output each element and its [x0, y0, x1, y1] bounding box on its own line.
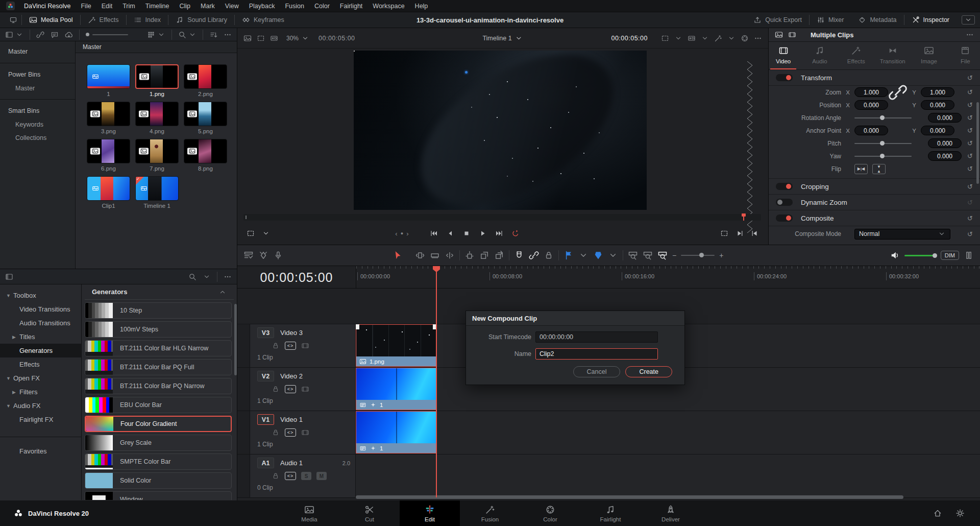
- keyframe-view-icon[interactable]: [258, 250, 268, 260]
- timeline-inspector-icon[interactable]: [788, 31, 796, 39]
- go-to-end-icon[interactable]: [495, 229, 503, 237]
- gallery-stills-icon[interactable]: [243, 34, 252, 42]
- reset-icon[interactable]: ↺: [967, 114, 973, 122]
- panel-resize-zigzag[interactable]: [746, 61, 754, 235]
- inspector-scrollbar[interactable]: [976, 102, 979, 184]
- grab-still-icon[interactable]: [257, 34, 265, 42]
- media-clip-6-png[interactable]: 6.png: [87, 139, 130, 176]
- create-button[interactable]: Create: [625, 366, 672, 377]
- page-color[interactable]: Color: [520, 500, 580, 526]
- trim-handle-left[interactable]: [356, 324, 359, 329]
- transform-toggle[interactable]: [776, 74, 793, 81]
- proxy-chevron-icon[interactable]: [701, 34, 709, 42]
- timeline-clip-1[interactable]: 1: [356, 411, 436, 453]
- clip-inspector-icon[interactable]: [775, 31, 783, 39]
- custom-zoom-icon[interactable]: [657, 250, 668, 260]
- menu-file[interactable]: File: [76, 0, 96, 12]
- sound-library-button[interactable]: Sound Library: [168, 12, 234, 28]
- reset-icon[interactable]: ↺: [967, 139, 973, 147]
- view-mode-button[interactable]: [147, 31, 165, 39]
- menu-fairlight[interactable]: Fairlight: [335, 0, 368, 12]
- viewer-scrub-bar[interactable]: [243, 214, 761, 221]
- snapping-icon[interactable]: [514, 250, 524, 260]
- yaw-field[interactable]: 0.000: [928, 151, 962, 161]
- flip-horizontal-button[interactable]: ▶|◀: [854, 164, 868, 174]
- dim-button[interactable]: DIM: [941, 251, 959, 260]
- timeline-selector[interactable]: Timeline 1: [482, 34, 523, 42]
- yaw-slider[interactable]: [854, 156, 912, 157]
- media-clip-7-png[interactable]: 7.png: [135, 139, 179, 176]
- menu-workspace[interactable]: Workspace: [368, 0, 409, 12]
- tree-toolbox[interactable]: ▼Toolbox: [0, 289, 81, 302]
- generator-solid-color[interactable]: Solid Color: [85, 472, 232, 489]
- reset-icon[interactable]: ↺: [967, 88, 973, 96]
- trim-edit-mode-icon[interactable]: [415, 250, 425, 260]
- media-clip-2-png[interactable]: 2.png: [184, 64, 227, 102]
- track-header[interactable]: V2Video 2<>1 Clip: [237, 368, 356, 411]
- step-back-icon[interactable]: [446, 229, 454, 237]
- media-clip-timeline-1[interactable]: ✓Timeline 1: [135, 176, 179, 213]
- reset-icon[interactable]: ↺: [967, 165, 973, 173]
- position-lock-icon[interactable]: [544, 250, 554, 260]
- index-button[interactable]: Index: [127, 12, 168, 28]
- generator-ebu-color-bar[interactable]: EBU Color Bar: [85, 397, 232, 413]
- magic-mask-icon[interactable]: [714, 34, 722, 42]
- bin-power-bins[interactable]: Power Bins: [0, 67, 75, 82]
- media-clip-8-png[interactable]: 8.png: [184, 139, 227, 176]
- play-icon[interactable]: [479, 229, 487, 237]
- cancel-button[interactable]: Cancel: [573, 366, 621, 377]
- tree-generators[interactable]: ▶Generators: [0, 344, 81, 357]
- marker-icon[interactable]: [593, 250, 603, 260]
- timeline-clip-1-png[interactable]: 1.png: [356, 324, 436, 367]
- pitch-field[interactable]: 0.000: [928, 138, 962, 148]
- track-view-icon[interactable]: [301, 385, 309, 393]
- tab-image[interactable]: Image: [914, 45, 943, 69]
- tree-effects[interactable]: ▶Effects: [0, 357, 81, 371]
- reset-icon[interactable]: ↺: [967, 101, 973, 109]
- inspector-options-icon[interactable]: [966, 31, 974, 39]
- audio-monitor-icon[interactable]: [890, 250, 900, 260]
- volume-slider[interactable]: [904, 255, 936, 256]
- magic-chevron-icon[interactable]: [727, 34, 736, 42]
- track-view-icon[interactable]: [301, 428, 309, 437]
- cloud-sync-icon[interactable]: [65, 31, 73, 39]
- reset-icon[interactable]: ↺: [967, 230, 973, 238]
- project-settings-icon[interactable]: [955, 509, 965, 518]
- generator-smpte-color-bar[interactable]: SMPTE Color Bar: [85, 453, 232, 470]
- auto-select-button[interactable]: <>: [285, 472, 296, 480]
- dynamic-zoom-toggle[interactable]: [776, 199, 793, 206]
- flag-chevron-icon[interactable]: [578, 250, 589, 260]
- tab-video[interactable]: Video: [769, 45, 798, 69]
- zoom-in-button[interactable]: +: [719, 251, 723, 259]
- tree-video-transitions[interactable]: ▶Video Transitions: [0, 302, 81, 316]
- link-icon[interactable]: [888, 83, 908, 102]
- generator-bt-2111-color-bar-hlg-narrow[interactable]: BT.2111 Color Bar HLG Narrow: [85, 340, 232, 356]
- project-manager-button[interactable]: [5, 12, 21, 28]
- timeline-view-options-icon[interactable]: [243, 250, 254, 260]
- fx-search-icon[interactable]: [188, 273, 197, 281]
- position-y-field[interactable]: 0.000: [921, 100, 954, 110]
- auto-select-button[interactable]: <>: [285, 428, 296, 437]
- tab-effects[interactable]: Effects: [842, 45, 871, 69]
- metadata-button[interactable]: Metadata: [851, 16, 903, 24]
- safe-area-chevron-icon[interactable]: [674, 34, 682, 42]
- multicam-icon[interactable]: [270, 34, 278, 42]
- thumbnail-size-slider[interactable]: [86, 33, 128, 36]
- mute-button[interactable]: M: [316, 472, 327, 480]
- bin-master[interactable]: Master: [0, 82, 75, 95]
- generator-10-step[interactable]: 10 Step: [85, 302, 232, 319]
- menu-help[interactable]: Help: [410, 0, 433, 12]
- mixer-button[interactable]: Mixer: [810, 16, 851, 24]
- menu-timeline[interactable]: Timeline: [140, 0, 175, 12]
- reset-icon[interactable]: ↺: [967, 199, 973, 206]
- track-lane[interactable]: 1: [356, 411, 980, 454]
- zoom-x-field[interactable]: 1.000: [854, 87, 888, 97]
- anchor-point-y-field[interactable]: 0.000: [921, 126, 954, 135]
- menu-fusion[interactable]: Fusion: [280, 0, 309, 12]
- composite-toggle[interactable]: [776, 214, 793, 222]
- track-lock-icon[interactable]: [272, 428, 280, 437]
- viewer-mode-chevron-icon[interactable]: [262, 229, 270, 237]
- anchor-point-x-field[interactable]: 0.000: [854, 126, 888, 135]
- loop-range-icon[interactable]: [720, 229, 728, 237]
- fx-options-icon[interactable]: [224, 273, 232, 281]
